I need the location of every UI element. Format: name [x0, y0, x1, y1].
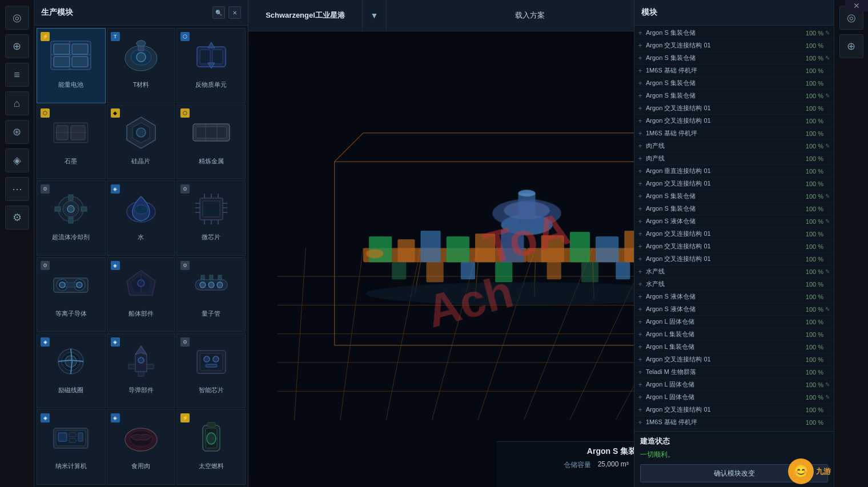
- module-cell-food-meat[interactable]: ◈ 食用肉: [107, 409, 176, 485]
- close-panel-button[interactable]: ✕: [228, 6, 241, 19]
- module-list-item-percent: 100 %: [801, 30, 823, 37]
- capacity-stat: 仓储容量 25,000 m³: [564, 460, 629, 470]
- module-list-item-name: 1M6S 基础 停机坪: [646, 129, 801, 138]
- module-list-item-name: Argon L 集装仓储: [646, 343, 801, 351]
- module-cell-energy-cell[interactable]: ⚡ 能量电池: [37, 28, 106, 103]
- nav-icon[interactable]: ⊛: [5, 120, 29, 144]
- module-badge: ⚙: [180, 337, 190, 347]
- list-icon[interactable]: ≡: [5, 63, 29, 87]
- module-list-item[interactable]: + Argon L 集装仓储 100 %: [634, 341, 834, 353]
- module-list-item-name: Argon 交叉连接结构 01: [646, 242, 801, 251]
- module-list-item[interactable]: + Argon S 液体仓储 100 % ✎: [634, 303, 834, 316]
- module-cell-nanite[interactable]: ◈ 纳米计算机: [37, 409, 106, 485]
- svg-rect-133: [421, 231, 441, 262]
- module-cell-t-material[interactable]: T T材料: [107, 28, 176, 103]
- module-list-item[interactable]: + Argon 交叉连接结构 01 100 %: [634, 353, 834, 366]
- module-list-item-edit[interactable]: ✎: [823, 218, 831, 224]
- station-name: Schwarzengel工业星港: [266, 10, 345, 21]
- more-icon[interactable]: ⋯: [5, 177, 29, 201]
- search-button[interactable]: 🔍: [212, 6, 225, 19]
- module-list-item[interactable]: + Argon L 集装仓储 100 %: [634, 328, 834, 341]
- module-list-item-percent: 100 %: [801, 419, 823, 426]
- svg-point-71: [65, 356, 77, 367]
- shield-icon[interactable]: ◈: [5, 148, 29, 172]
- module-list-item[interactable]: + Argon L 固体仓储 100 % ✎: [634, 391, 834, 404]
- module-list-item[interactable]: + Argon 交叉连接结构 01 100 %: [634, 178, 834, 190]
- module-cell-ion-conductor[interactable]: ⚙ 等离子导体: [37, 257, 106, 332]
- module-list-item[interactable]: + 水产线 100 %: [634, 278, 834, 291]
- module-list-item-edit[interactable]: ✎: [823, 268, 831, 275]
- module-list-item-edit[interactable]: ✎: [823, 306, 831, 312]
- planet-icon[interactable]: ◎: [5, 6, 29, 30]
- module-cell-missile-parts[interactable]: ◈ 导弹部件: [107, 333, 176, 409]
- module-list-item-edit[interactable]: ✎: [823, 30, 831, 36]
- module-list-item[interactable]: + Argon S 液体仓储 100 %: [634, 291, 834, 303]
- module-badge: ⚙: [180, 184, 190, 194]
- window-close-button[interactable]: ✕: [853, 1, 860, 10]
- map-icon[interactable]: ⊕: [5, 34, 29, 58]
- module-list-item[interactable]: + Argon 交叉连接结构 01 100 %: [634, 253, 834, 265]
- module-list-item-edit[interactable]: ✎: [823, 394, 831, 400]
- rs-share-icon[interactable]: ⊕: [839, 34, 863, 58]
- module-cell-supercoolant[interactable]: ⚙ 超流体冷却剂: [37, 180, 106, 256]
- module-list-item[interactable]: + Argon 交叉连接结构 01 100 %: [634, 102, 834, 115]
- dropdown-button[interactable]: ▼: [363, 0, 387, 31]
- module-name: 励磁线圈: [39, 386, 103, 395]
- module-list-item[interactable]: + Argon 垂直连接结构 01 100 %: [634, 165, 834, 178]
- home-icon[interactable]: ⌂: [5, 91, 29, 115]
- module-cell-microchip[interactable]: ⚙: [176, 180, 246, 256]
- module-list-item[interactable]: + 水产线 100 % ✎: [634, 265, 834, 278]
- module-cell-graphite[interactable]: ⬡ 石墨: [37, 104, 106, 180]
- module-list-item[interactable]: + Argon S 集装仓储 100 % ✎: [634, 52, 834, 65]
- module-cell-ship-parts[interactable]: ◈ 船体部件: [107, 257, 176, 332]
- module-list-expand: +: [636, 41, 645, 50]
- settings-icon[interactable]: ⚙: [5, 206, 29, 230]
- module-list-item[interactable]: + Argon 交叉连接结构 01 100 %: [634, 115, 834, 127]
- module-list-item-percent: 100 %: [801, 42, 823, 49]
- module-list-item[interactable]: + Argon L 固体仓储 100 %: [634, 316, 834, 328]
- module-list-item[interactable]: + 肉产线 100 % ✎: [634, 140, 834, 152]
- module-list-item[interactable]: + Argon S 集装仓储 100 %: [634, 203, 834, 215]
- module-list-expand: +: [636, 129, 645, 138]
- module-list-expand: +: [636, 242, 645, 251]
- module-list-item-edit[interactable]: ✎: [823, 143, 831, 149]
- module-list-header: 模块: [634, 0, 834, 26]
- module-list-item[interactable]: + 肉产线 100 %: [634, 152, 834, 165]
- module-cell-quantum-tube[interactable]: ⚙ 量子管: [176, 257, 246, 332]
- module-list-item[interactable]: + Argon S 集装仓储 100 % ✎: [634, 90, 834, 102]
- module-name: 纳米计算机: [39, 462, 103, 470]
- svg-rect-30: [69, 195, 73, 200]
- module-list-item[interactable]: + Argon S 集装仓储 100 % ✎: [634, 27, 834, 39]
- module-list-item[interactable]: + 1M6S 基础 停机坪 100 %: [634, 127, 834, 140]
- module-list-item-edit[interactable]: ✎: [823, 193, 831, 199]
- module-list-item-name: Argon 交叉连接结构 01: [646, 179, 801, 188]
- module-cell-water[interactable]: ◈ 水: [107, 180, 176, 256]
- module-cell-smart-chip[interactable]: ⚙ 智能芯片: [176, 333, 246, 409]
- module-list-item-edit[interactable]: ✎: [823, 92, 831, 99]
- module-list-item[interactable]: + 1M6S 基础 停机坪 100 %: [634, 416, 834, 429]
- svg-rect-147: [547, 262, 561, 279]
- module-badge: ⚡: [41, 32, 50, 41]
- module-cell-refined-metal[interactable]: ⬡ 精炼金属: [176, 104, 246, 180]
- module-list-item[interactable]: + Argon 交叉连接结构 01 100 %: [634, 39, 834, 52]
- module-list-item[interactable]: + Argon 交叉连接结构 01 100 %: [634, 404, 834, 416]
- module-list-item[interactable]: + Teladi M 生物群落 100 %: [634, 366, 834, 379]
- module-list-item-percent: 100 %: [801, 231, 823, 238]
- module-list-item[interactable]: + Argon S 集装仓储 100 % ✎: [634, 190, 834, 203]
- module-list-item[interactable]: + Argon S 液体仓储 100 % ✎: [634, 215, 834, 228]
- module-cell-magnet-coil[interactable]: ◈ 励磁线圈: [37, 333, 106, 409]
- load-plan-button[interactable]: 载入方案: [387, 0, 674, 31]
- module-cell-silicon[interactable]: ◆ 硅晶片: [107, 104, 176, 180]
- module-list-item[interactable]: + Argon S 集装仓储 100 %: [634, 77, 834, 90]
- module-list-item[interactable]: + Argon L 固体仓储 100 % ✎: [634, 379, 834, 391]
- module-list-item-edit[interactable]: ✎: [823, 55, 831, 61]
- module-cell-antimatter[interactable]: ⬡ 反物质单元: [176, 28, 246, 103]
- module-list-item-edit[interactable]: ✎: [823, 381, 831, 388]
- module-icon: [118, 186, 164, 229]
- module-cell-space-fuel[interactable]: ⚡ 太空燃料: [176, 409, 246, 485]
- module-list-item[interactable]: + 1M6S 基础 停机坪 100 %: [634, 65, 834, 77]
- module-list-item[interactable]: + Argon 交叉连接结构 01 100 %: [634, 240, 834, 253]
- module-list-item[interactable]: + Argon 交叉连接结构 01 100 %: [634, 228, 834, 240]
- module-list-item-percent: 100 %: [801, 105, 823, 112]
- svg-rect-2: [72, 44, 88, 54]
